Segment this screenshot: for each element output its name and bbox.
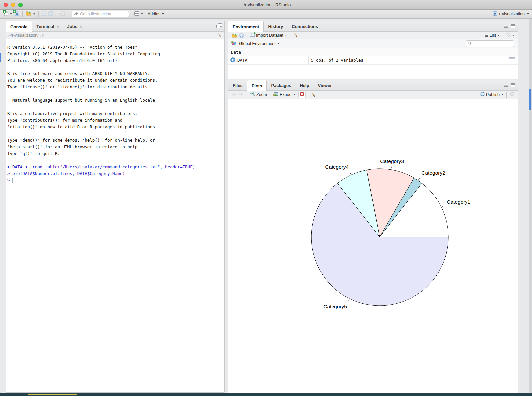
background-window-edge	[529, 19, 532, 393]
print-icon	[60, 11, 65, 17]
open-file-button[interactable]	[25, 10, 36, 18]
pie-label-tick	[391, 167, 391, 169]
new-project-icon: R	[14, 11, 19, 17]
pane-grid-icon	[134, 11, 139, 17]
tab-console[interactable]: Console	[6, 21, 32, 32]
minimize-pane-icon[interactable]	[504, 24, 508, 30]
tab-terminal[interactable]: Terminal×	[32, 21, 63, 32]
window-title: ~/r-visualization - RStudio	[0, 0, 532, 10]
import-dataset-icon	[250, 32, 255, 38]
publish-icon	[480, 92, 485, 98]
save-workspace-button[interactable]	[238, 33, 245, 38]
separator	[247, 92, 247, 98]
tab-label: Jobs	[67, 24, 77, 29]
view-data-grid-icon[interactable]	[509, 57, 515, 63]
clear-plots-broom-icon[interactable]	[310, 92, 317, 98]
chevron-down-icon	[162, 13, 164, 15]
titlebar[interactable]: ~/r-visualization - RStudio	[0, 0, 532, 10]
console-line: 'citation()' on how to cite R or R packa…	[7, 124, 222, 130]
tab-environment[interactable]: Environment	[228, 21, 264, 32]
tab-help[interactable]: Help	[295, 80, 313, 91]
tab-packages[interactable]: Packages	[267, 80, 295, 91]
console-line: Natural language support but running in …	[7, 97, 222, 104]
zoom-plot-button[interactable]: Zoom	[249, 91, 268, 99]
separator	[270, 92, 270, 98]
maximize-pane-icon[interactable]	[511, 83, 515, 89]
addins-button[interactable]: Addins	[147, 11, 165, 17]
object-value: 5 obs. of 2 variables	[308, 58, 509, 63]
chevron-down-icon	[293, 94, 295, 95]
environment-search-input[interactable]	[473, 41, 510, 46]
chevron-down-icon	[141, 13, 143, 15]
data-section-header: Data	[228, 48, 518, 56]
pane-layout-button[interactable]	[133, 10, 144, 18]
console-tabstrip: ConsoleTerminal×Jobs×	[6, 21, 224, 32]
pie-chart: Category1Category2Category3Category4Cate…	[228, 99, 518, 393]
close-tab-icon[interactable]: ×	[57, 25, 59, 29]
pie-label: Category3	[380, 158, 404, 164]
minimize-pane-icon[interactable]	[504, 83, 508, 89]
chevron-down-icon	[501, 94, 503, 95]
remove-plot-button[interactable]	[298, 92, 306, 98]
save-button[interactable]	[41, 10, 47, 18]
previous-plot-button[interactable]	[231, 91, 238, 98]
env-object-row[interactable]: DATA5 obs. of 2 variables	[228, 56, 518, 65]
separator	[38, 11, 39, 17]
global-environment-selector[interactable]: Global Environment	[238, 41, 280, 47]
console-prompt[interactable]: >	[7, 177, 222, 184]
console-output[interactable]: R version 3.6.1 (2019-07-05) -- "Action …	[6, 40, 224, 392]
print-button[interactable]	[59, 10, 66, 18]
close-tab-icon[interactable]: ×	[80, 25, 82, 29]
next-plot-button[interactable]	[238, 91, 245, 98]
save-all-button[interactable]	[47, 10, 55, 18]
separator	[506, 92, 507, 98]
remove-plot-x-icon	[300, 92, 304, 98]
forward-arrow-icon[interactable]	[40, 32, 45, 38]
environment-search-box[interactable]	[466, 40, 514, 47]
maximize-pane-icon[interactable]	[511, 24, 515, 30]
new-project-button[interactable]: R	[13, 10, 20, 18]
console-line: R is a collaborative project with many c…	[7, 110, 222, 117]
tab-files[interactable]: Files	[228, 80, 247, 91]
plots-tabstrip: FilesPlotsPackagesHelpViewer	[228, 80, 518, 91]
expand-object-icon[interactable]	[230, 57, 235, 63]
import-dataset-button[interactable]: Import Dataset	[249, 32, 288, 39]
chevron-down-icon	[33, 13, 35, 15]
export-plot-button[interactable]: Export	[272, 91, 296, 98]
column-divider	[308, 56, 309, 64]
list-view-button[interactable]: ≡ List	[484, 32, 501, 39]
environment-object-list: DATA5 obs. of 2 variables	[228, 56, 518, 65]
refresh-plot-button[interactable]	[509, 91, 515, 98]
goto-file-input[interactable]	[80, 12, 120, 16]
tab-history[interactable]: History	[264, 21, 287, 32]
console-line: > DATA <- read.table("/Users/lsalazar/co…	[7, 164, 222, 170]
console-line: R version 3.6.1 (2019-07-05) -- "Action …	[7, 44, 222, 51]
console-line	[7, 64, 222, 70]
chevron-down-icon	[10, 13, 12, 15]
console-line: Copyright (C) 2019 The R Foundation for …	[7, 51, 222, 57]
refresh-environment-button[interactable]	[505, 32, 515, 39]
maximize-pane-icon[interactable]	[216, 23, 222, 30]
publish-label: Publish	[486, 92, 500, 97]
new-file-button[interactable]	[3, 10, 13, 18]
goto-file-box[interactable]	[72, 11, 129, 17]
tab-connections[interactable]: Connections	[287, 21, 322, 32]
load-workspace-button[interactable]	[231, 33, 238, 38]
plots-toolbar: Zoom Export	[228, 91, 518, 99]
tab-plots[interactable]: Plots	[247, 80, 267, 91]
clear-console-broom-icon[interactable]	[217, 32, 222, 39]
separator	[68, 11, 68, 17]
clear-environment-broom-icon[interactable]	[292, 32, 299, 39]
back-arrow-icon	[232, 92, 237, 98]
publish-plot-button[interactable]: Publish	[479, 91, 504, 99]
project-menu-button[interactable]: R r-visualization	[493, 11, 529, 17]
zoom-label: Zoom	[256, 92, 267, 97]
console-line: Platform: x86_64-apple-darwin15.6.0 (64-…	[7, 57, 222, 64]
tab-viewer[interactable]: Viewer	[314, 80, 336, 91]
tab-jobs[interactable]: Jobs×	[63, 21, 86, 32]
plots-pane: FilesPlotsPackagesHelpViewer	[228, 80, 518, 393]
console-line: Type 'license()' or 'licence()' for dist…	[7, 84, 222, 90]
pie-label: Category4	[325, 164, 349, 170]
separator	[57, 11, 57, 17]
zoom-magnifier-icon	[250, 91, 255, 98]
